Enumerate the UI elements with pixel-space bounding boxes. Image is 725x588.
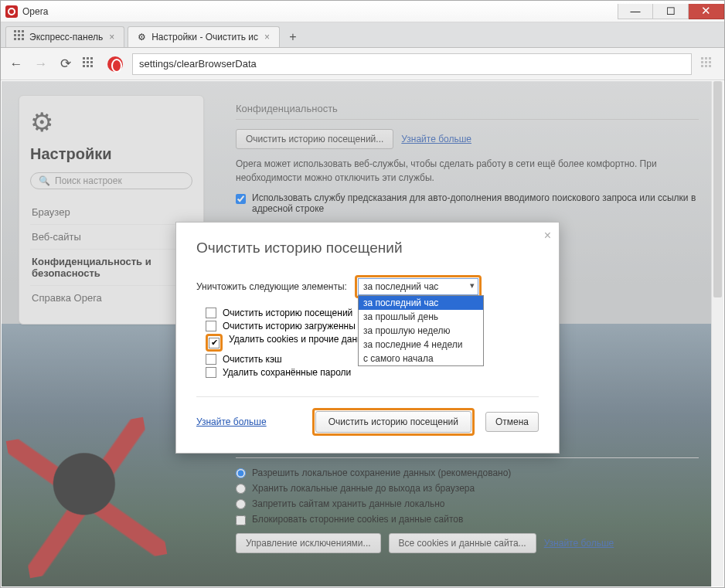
content-viewport: ⚙ Настройки 🔍 Поиск настроек Браузер Веб… xyxy=(2,81,723,586)
chk-passwords-row[interactable]: Удалить сохранённые пароли xyxy=(206,367,539,378)
forward-button[interactable]: → xyxy=(33,56,49,72)
browser-window: Opera — ☐ ✕ Экспресс-панель × ⚙ Настройк… xyxy=(0,0,725,588)
dialog-footer: Узнайте больше Очистить историю посещени… xyxy=(196,396,539,436)
period-option[interactable]: с самого начала xyxy=(359,352,483,365)
speed-dial-button[interactable] xyxy=(83,57,98,71)
close-tab-icon[interactable]: × xyxy=(107,32,116,42)
confirm-highlight: Очистить историю посещений xyxy=(312,408,475,436)
cookies-chk-highlight: ✔ xyxy=(206,334,223,352)
period-option[interactable]: за прошлую неделю xyxy=(359,324,483,338)
window-controls: — ☐ ✕ xyxy=(618,4,724,19)
tab-speed-dial[interactable]: Экспресс-панель × xyxy=(5,26,124,47)
period-highlight: за последний час за последний час за про… xyxy=(355,275,482,298)
cancel-button[interactable]: Отмена xyxy=(485,412,539,432)
period-option[interactable]: за прошлый день xyxy=(359,310,483,324)
tab-settings[interactable]: ⚙ Настройки - Очистить ис × xyxy=(128,26,280,47)
tab-strip: Экспресс-панель × ⚙ Настройки - Очистить… xyxy=(1,22,724,48)
toolbar: ← → ⟳ settings/clearBrowserData xyxy=(1,48,724,80)
checkbox-icon[interactable] xyxy=(206,308,216,318)
checkbox-icon[interactable] xyxy=(206,367,216,378)
dialog-title: Очистить историю посещений xyxy=(196,240,539,257)
checkbox-icon[interactable] xyxy=(206,321,216,331)
reload-button[interactable]: ⟳ xyxy=(58,56,73,72)
maximize-button[interactable]: ☐ xyxy=(653,4,689,19)
period-option[interactable]: за последний час xyxy=(359,296,483,310)
period-option[interactable]: за последние 4 недели xyxy=(359,338,483,352)
vertical-scrollbar[interactable] xyxy=(711,81,723,586)
opera-app-icon xyxy=(5,5,18,18)
new-tab-button[interactable]: + xyxy=(283,27,303,47)
period-select[interactable]: за последний час xyxy=(358,278,478,295)
period-dropdown: за последний час за прошлый день за прош… xyxy=(358,295,484,366)
extensions-button[interactable] xyxy=(701,57,716,71)
dialog-learn-more-link[interactable]: Узнайте больше xyxy=(196,416,267,427)
checkbox-icon[interactable] xyxy=(206,354,216,365)
window-title: Opera xyxy=(22,6,48,17)
scroll-thumb[interactable] xyxy=(713,81,722,297)
close-dialog-icon[interactable]: × xyxy=(544,229,551,243)
minimize-button[interactable]: — xyxy=(618,4,653,19)
tab-label: Настройки - Очистить ис xyxy=(151,32,258,42)
tab-label: Экспресс-панель xyxy=(29,32,103,42)
grid-icon xyxy=(14,32,25,42)
url-text: settings/clearBrowserData xyxy=(139,58,257,70)
checkbox-icon[interactable]: ✔ xyxy=(209,338,220,348)
confirm-clear-button[interactable]: Очистить историю посещений xyxy=(315,411,471,433)
gear-icon: ⚙ xyxy=(136,32,147,42)
address-bar[interactable]: settings/clearBrowserData xyxy=(132,53,692,75)
back-button[interactable]: ← xyxy=(9,56,24,72)
close-button[interactable]: ✕ xyxy=(689,4,724,19)
clear-history-dialog: × Очистить историю посещений Уничтожить … xyxy=(175,222,560,454)
close-tab-icon[interactable]: × xyxy=(263,32,271,42)
destroy-label: Уничтожить следующие элементы: xyxy=(196,281,347,292)
titlebar: Opera — ☐ ✕ xyxy=(1,1,724,22)
opera-icon xyxy=(107,56,123,72)
